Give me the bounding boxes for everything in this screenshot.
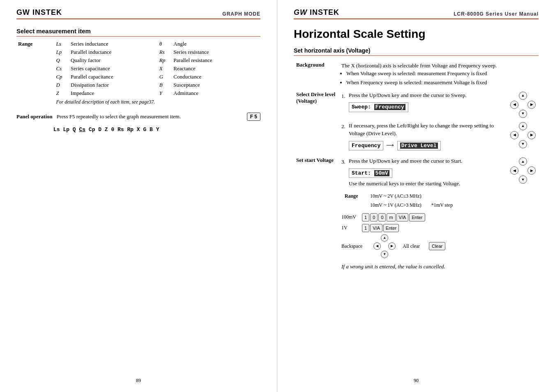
down-btn-1[interactable]: ▼	[519, 110, 527, 118]
step-2-inner: If necessary, press the Left/Right key t…	[349, 122, 536, 151]
start-highlight: 50mV	[374, 170, 389, 176]
step-2-with-dpad: If necessary, press the Left/Right key t…	[349, 122, 536, 151]
right-page: GW INSTEK LCR-8000G Series User Manual H…	[277, 0, 555, 392]
table-row: Lp Parallel inductance Rs Series resista…	[16, 48, 260, 56]
ex1-label: 100mV	[341, 213, 359, 221]
drive-level-row: Select Drive level(Voltage) 1. Press the…	[294, 90, 539, 156]
sym2: X	[158, 65, 172, 73]
left-header: GW INSTEK GRAPH MODE	[16, 8, 260, 19]
right-btn-3[interactable]: ▶	[527, 166, 536, 175]
desc1: Quality factor	[69, 56, 158, 65]
desc1: Parallel inductance	[69, 48, 158, 56]
left-btn-1[interactable]: ◀	[510, 101, 518, 109]
wrong-unit-note: If a wrong unit is entered, the value is…	[341, 263, 536, 271]
step-1-text: Press the Up/Down key and move the curso…	[349, 92, 467, 98]
sym2: B	[158, 81, 172, 89]
right-btn-1[interactable]: ▶	[527, 101, 536, 109]
table-row: D Dissipation factor B Susceptance	[16, 81, 260, 89]
left-page: GW INSTEK GRAPH MODE Select measurement …	[0, 0, 277, 392]
start-display: Start: 50mV	[349, 168, 392, 178]
up-btn-b[interactable]: ▲	[381, 234, 388, 242]
right-btn-2[interactable]: ▶	[527, 131, 536, 139]
range-row-1: Range 10mV ~ 2V (AC≤3 MHz)	[342, 192, 455, 200]
sym2: θ	[158, 40, 172, 48]
left-btn-3[interactable]: ◀	[510, 166, 518, 175]
range-val-2: 10mV ~ 1V (AC>3 MHz) *1mV step	[368, 201, 455, 209]
sweep-display: Sweep: Frequency	[349, 102, 408, 112]
sub-section-title: Set horizontal axis (Voltage)	[294, 47, 539, 56]
table-row: Z Impedance Y Admittance	[16, 89, 260, 97]
left-btn-b[interactable]: ◀	[373, 242, 381, 250]
down-btn-2[interactable]: ▼	[519, 140, 527, 148]
left-section-title: Select measurement item	[16, 28, 260, 37]
left-btn-2[interactable]: ◀	[510, 131, 518, 139]
step-3b-text: Use the numerical keys to enter the star…	[349, 180, 460, 187]
key-1[interactable]: 1	[362, 213, 369, 221]
sym1: Ls	[54, 40, 69, 48]
row-label	[16, 48, 54, 56]
drive-level-label: Select Drive level(Voltage)	[294, 90, 339, 156]
background-bullets: When Voltage sweep is selected: measurem…	[346, 70, 536, 86]
key-enter[interactable]: Enter	[409, 213, 425, 221]
sym1: D	[54, 81, 69, 89]
sym2: Rs	[158, 48, 172, 56]
table-row: Q Quality factor Rp Parallel resistance	[16, 56, 260, 65]
ex1-keys: 1 0 0 m V/A Enter	[362, 213, 425, 221]
set-start-content: 3. Press the Up/Down key and move the cu…	[339, 155, 539, 272]
key-0-1[interactable]: 0	[370, 213, 378, 221]
measurement-table: Range Ls Series inductance θ Angle Lp Pa…	[16, 40, 260, 106]
desc1: Impedance	[69, 89, 158, 97]
key-0-2[interactable]: 0	[378, 213, 386, 221]
arrow-icon: ⟶	[386, 141, 394, 150]
step-2-text-block: If necessary, press the Left/Right key t…	[349, 122, 502, 151]
ex2-row: 1V 1 V/A Enter	[341, 223, 536, 232]
symbol-line: Ls Lp Q Cs Cp D Z θ Rs Rp X G B Y	[53, 127, 260, 133]
key-m[interactable]: m	[387, 213, 395, 221]
step-2-text: If necessary, press the Left/Right key t…	[349, 122, 494, 137]
page-number: 89	[136, 378, 141, 384]
step-1-wrapper: 1. Press the Up/Down key and move the cu…	[341, 91, 536, 118]
panel-operation-row: Panel operation Press F5 repeatedly to s…	[16, 113, 260, 121]
range-label: Range	[342, 192, 367, 200]
step-1-text-block: Press the Up/Down key and move the curso…	[349, 91, 467, 112]
background-row: Background The X (horizontal) axis is se…	[294, 60, 539, 90]
ex2-label: 1V	[341, 224, 359, 231]
sym2: Y	[158, 89, 172, 97]
desc2: Parallel resistance	[172, 56, 260, 65]
up-btn-3[interactable]: ▲	[519, 157, 527, 166]
desc2: Conductance	[172, 73, 260, 81]
key-va-2[interactable]: V/A	[370, 224, 382, 232]
table-row: Cp Parallel capacitance G Conductance	[16, 73, 260, 81]
key-va[interactable]: V/A	[396, 213, 409, 221]
dpad-2: ▲ ◀ ▶ ▼	[506, 122, 536, 149]
up-btn-1[interactable]: ▲	[519, 92, 527, 100]
set-start-voltage-row: Set start Voltage 3. Press the Up/Down k…	[294, 155, 539, 272]
sweep-highlight: Frequency	[374, 104, 405, 110]
up-btn-2[interactable]: ▲	[519, 122, 527, 130]
right-logo: GW INSTEK	[294, 8, 339, 17]
key-1-2[interactable]: 1	[362, 224, 369, 232]
left-logo: GW INSTEK	[16, 8, 62, 17]
key-enter-2[interactable]: Enter	[383, 224, 399, 232]
step-note: *1mV step	[431, 202, 453, 208]
down-btn-3[interactable]: ▼	[519, 175, 527, 184]
step-3-num: 3.	[341, 157, 349, 166]
desc2: Angle	[172, 40, 260, 48]
right-header-title: LCR-8000G Series User Manual	[454, 11, 539, 17]
range-label-2	[342, 201, 367, 209]
drive-level-content: 1. Press the Up/Down key and move the cu…	[339, 90, 539, 156]
dpad-1: ▲ ◀ ▶ ▼	[506, 91, 536, 118]
all-clear-label: All clear	[403, 242, 420, 250]
right-btn-b[interactable]: ▶	[388, 242, 396, 250]
content-table: Background The X (horizontal) axis is se…	[294, 60, 539, 272]
dpad-widget-1: ▲ ◀ ▶ ▼	[510, 91, 536, 118]
desc2: Susceptance	[172, 81, 260, 89]
sym1: Q	[54, 56, 69, 65]
range-row-2: 10mV ~ 1V (AC>3 MHz) *1mV step	[342, 201, 455, 209]
step-3-with-dpad: Press the Up/Down key and move the curso…	[349, 157, 536, 188]
clear-button[interactable]: Clear	[429, 242, 445, 251]
step-1-with-dpad: Press the Up/Down key and move the curso…	[349, 91, 536, 118]
note-row: For detailed description of each item, s…	[16, 97, 260, 106]
desc2: Admittance	[172, 89, 260, 97]
down-btn-b[interactable]: ▼	[381, 251, 388, 258]
